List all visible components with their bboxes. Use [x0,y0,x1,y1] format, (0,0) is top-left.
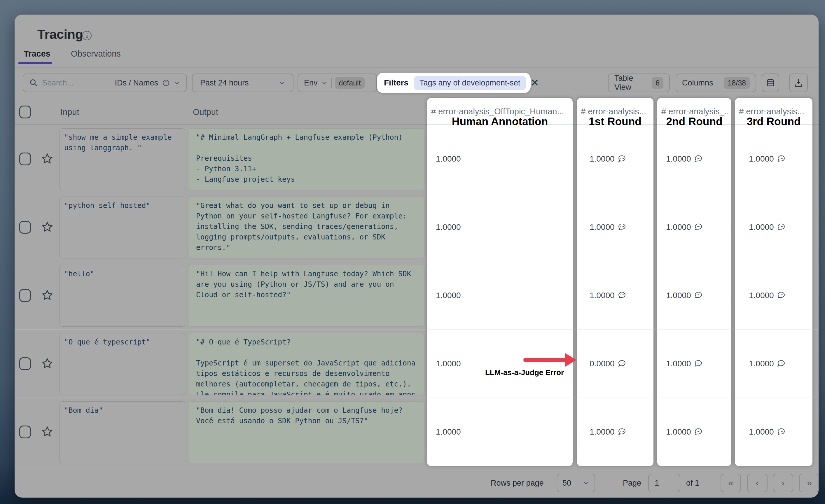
score-column-label[interactable]: # error-analysis_... [661,107,729,116]
score-cell: 1.0000 [657,125,731,193]
output-cell[interactable]: "# O que é TypeScript? TypeScript é um s… [188,333,425,395]
red-arrow-annotation [523,351,578,369]
bookmark-star-icon[interactable] [42,221,53,233]
bookmark-star-icon[interactable] [42,153,53,165]
comment-bubble-icon[interactable] [694,291,703,300]
row-checkbox[interactable] [19,426,31,438]
comment-bubble-icon[interactable] [777,291,786,300]
comment-bubble-icon[interactable] [777,427,786,436]
row-checkbox[interactable] [19,289,31,302]
row-height-button[interactable] [762,74,779,92]
search-box[interactable]: Search... IDs / Names [23,74,187,92]
column-header-output[interactable]: Output [193,99,218,125]
first-page-button[interactable]: « [721,474,741,492]
bookmark-star-icon[interactable] [42,426,53,437]
env-value-badge: default [335,77,365,89]
comment-bubble-icon[interactable] [777,359,786,368]
chevron-down-icon [279,80,285,86]
row-checkbox[interactable] [19,221,31,234]
rows-per-page-select[interactable]: 50 [556,474,595,492]
output-cell[interactable]: "Bom dia! Como posso ajudar com o Langfu… [188,401,425,463]
page-label: Page [623,468,641,498]
input-cell[interactable]: "python self hosted" [59,196,185,258]
env-label: Env [304,78,318,87]
search-scope-selector[interactable]: IDs / Names [115,78,158,87]
score-value: 1.0000 [436,359,461,368]
score-value: 1.0000 [590,154,615,164]
input-cell[interactable]: "show me a simple example using langgrap… [59,128,185,190]
score-cell: 1.0000 [427,125,573,193]
score-cell: 1.0000 [735,330,813,398]
comment-bubble-icon[interactable] [777,223,786,232]
page-number-input[interactable] [649,479,669,488]
divider [331,78,332,88]
input-cell[interactable]: "O que é typescript" [59,333,185,395]
column-annotation: Human Annotation [427,115,573,128]
columns-count-badge: 18/38 [724,77,750,89]
output-cell[interactable]: "# Minimal LangGraph + Langfuse example … [188,128,425,190]
info-icon[interactable]: i [82,31,92,40]
judge-error-annotation: LLM-as-a-Judge Error [478,368,571,377]
rows-per-page-label: Rows per page [491,468,544,498]
export-button[interactable] [789,74,808,92]
time-range-selector[interactable]: Past 24 hours [192,74,294,92]
search-icon [29,78,38,87]
input-cell[interactable]: "hello" [59,265,185,327]
rows-per-page-value: 50 [562,479,571,488]
score-column-label[interactable]: # error-analysis_OffTopic_Human... [431,107,570,116]
output-cell[interactable]: "Hi! How can I help with Langfuse today?… [188,265,425,327]
input-cell[interactable]: "Bom dia" [59,401,185,463]
score-value: 1.0000 [666,291,691,300]
next-page-button[interactable]: › [773,474,793,492]
comment-bubble-icon[interactable] [618,154,627,163]
score-value: 1.0000 [666,427,691,437]
table-view-count-badge: 6 [652,77,663,89]
comment-bubble-icon[interactable] [694,427,703,436]
comment-bubble-icon[interactable] [694,154,703,163]
score-value: 1.0000 [436,291,461,300]
score-cell: 1.0000 [657,330,731,398]
comment-bubble-icon[interactable] [694,223,703,232]
info-icon [162,79,170,87]
filters-label: Filters [384,78,408,87]
score-value: 1.0000 [436,427,461,437]
previous-page-button[interactable]: ‹ [747,474,767,492]
score-cell: 1.0000 [577,398,654,466]
columns-button[interactable]: Columns 18/38 [676,74,756,92]
score-column-1st-round: # error-analysis... 1st Round 1.0000 1.0… [577,98,654,466]
comment-bubble-icon[interactable] [694,359,703,368]
score-value: 1.0000 [666,154,691,164]
column-header-input[interactable]: Input [60,99,79,125]
score-cell: 1.0000 [657,398,731,466]
column-annotation: 3rd Round [735,115,813,128]
table-view-button[interactable]: Table View 6 [608,74,670,92]
row-checkbox[interactable] [19,153,31,165]
filter-condition-badge[interactable]: Tags any of development-set [414,76,526,90]
comment-bubble-icon[interactable] [618,291,627,300]
clear-filter-button[interactable]: ✕ [530,75,539,91]
select-all-checkbox[interactable] [19,105,31,118]
comment-bubble-icon[interactable] [618,427,627,436]
comment-bubble-icon[interactable] [777,154,786,163]
time-range-value: Past 24 hours [200,78,249,87]
output-cell[interactable]: "Great—what do you want to set up or deb… [188,196,425,258]
comment-bubble-icon[interactable] [618,223,627,232]
score-cell: 1.0000 [735,398,813,466]
search-input[interactable]: Search... [42,78,74,87]
comment-bubble-icon[interactable] [618,359,627,368]
row-checkbox[interactable] [19,357,31,370]
bookmark-star-icon[interactable] [42,357,53,369]
score-cell: 1.0000 [577,125,654,193]
score-cell: 1.0000 [735,193,813,261]
score-value: 1.0000 [749,291,774,300]
last-page-button[interactable]: » [799,474,819,492]
bookmark-star-icon[interactable] [42,289,53,301]
filters-button[interactable]: Filters Tags any of development-set [377,73,531,93]
score-column-label[interactable]: # error-analysis... [739,107,810,116]
tab-traces[interactable]: Traces [24,49,51,59]
score-cell: 1.0000 [657,261,731,330]
tab-observations[interactable]: Observations [71,49,121,59]
env-selector[interactable]: Env default [298,74,377,92]
score-column-label[interactable]: # error-analysis... [581,107,651,116]
page-total-label: of 1 [686,468,699,498]
